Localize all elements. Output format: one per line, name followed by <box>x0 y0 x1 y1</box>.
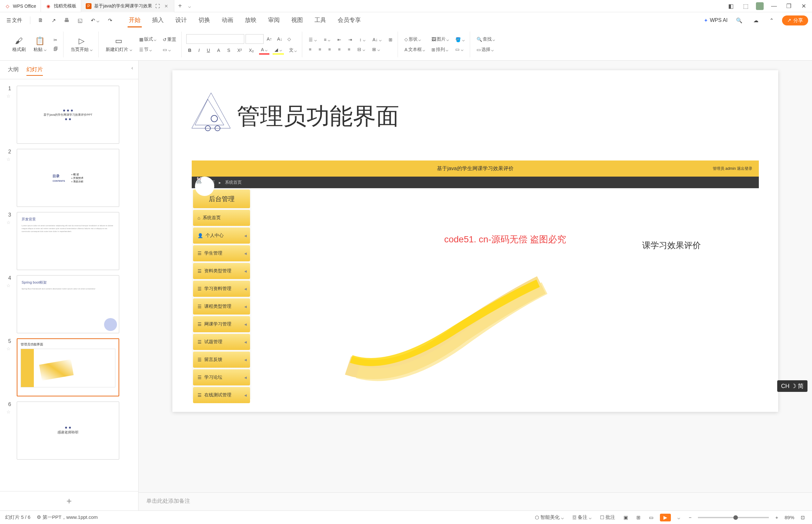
bullets-button[interactable]: ☰ ⌵ <box>307 36 319 44</box>
qat-save[interactable]: 🗎 <box>35 16 46 24</box>
select-button[interactable]: ▭ 选择 ⌵ <box>475 46 497 54</box>
tab-more-button[interactable]: ⌵ <box>186 3 193 9</box>
slide-props-button[interactable]: ▭ ⌵ <box>161 46 178 53</box>
ime-badge[interactable]: CH ☽ 简 <box>777 380 808 392</box>
search-button[interactable]: 🔍 <box>733 16 745 25</box>
slide-title[interactable]: 管理员功能界面 <box>237 101 399 132</box>
present-icon[interactable]: ⛶ <box>155 3 161 9</box>
star-icon[interactable]: ☆ <box>6 283 13 288</box>
panel-collapse-button[interactable]: ‹ <box>131 65 133 71</box>
notes-bar[interactable]: 单击此处添加备注 <box>138 492 812 510</box>
zoom-out[interactable]: − <box>687 514 693 521</box>
format-painter-button[interactable]: 🖌格式刷 <box>10 35 28 54</box>
section-button[interactable]: ☰ 节 ⌵ <box>137 46 158 54</box>
align-justify[interactable]: ≡ <box>336 46 343 53</box>
share-button[interactable]: ↗ 分享 <box>782 15 808 26</box>
ribbon-tab-member[interactable]: 会员专享 <box>336 14 362 28</box>
tab-template[interactable]: ◉ 找稻壳模板 <box>41 0 81 12</box>
outline-button[interactable]: ▭ ⌵ <box>453 46 467 53</box>
view-normal[interactable]: ▣ <box>622 514 630 521</box>
notes-toggle[interactable]: ☲ 备注 ⌵ <box>570 514 594 521</box>
view-reading[interactable]: ▭ <box>647 514 656 521</box>
ribbon-tab-insert[interactable]: 插入 <box>151 14 165 28</box>
cube-button[interactable]: ⬚ <box>741 2 750 11</box>
star-icon[interactable]: ☆ <box>6 220 13 225</box>
font-size-select[interactable] <box>246 34 264 44</box>
qat-print[interactable]: 🖶 <box>62 16 72 24</box>
cloud-button[interactable]: ☁ <box>751 16 761 25</box>
canvas-scroll[interactable]: 管理员功能界面 基于java的学生网课学习效果评价 管理员 admin 退出登录… <box>138 61 812 492</box>
superscript-button[interactable]: X² <box>235 46 244 54</box>
strike2-button[interactable]: S <box>225 46 232 54</box>
comments-toggle[interactable]: ☐ 批注 <box>598 514 617 521</box>
qat-export[interactable]: ↗ <box>49 16 58 25</box>
star-icon[interactable]: ☆ <box>6 94 13 99</box>
slide-thumb-6[interactable]: 6☆ 感谢老师聆听 <box>0 399 138 462</box>
panel-tab-slides[interactable]: 幻灯片 <box>27 64 43 76</box>
strike-button[interactable]: A <box>215 46 222 54</box>
layout-button[interactable]: ▦ 版式 ⌵ <box>137 35 158 44</box>
minimize-button[interactable]: — <box>769 2 778 11</box>
close-tab-icon[interactable]: ✕ <box>163 3 169 9</box>
view-sorter[interactable]: ⊞ <box>634 514 643 521</box>
clear-format[interactable]: ◇ <box>285 34 293 44</box>
font-name-select[interactable] <box>186 34 244 44</box>
close-button[interactable]: ✕ <box>799 2 808 11</box>
slide-thumb-5[interactable]: 5☆ 管理员功能界面 <box>0 336 138 399</box>
ribbon-tab-view[interactable]: 视图 <box>290 14 304 28</box>
ribbon-tab-start[interactable]: 开始 <box>128 14 142 28</box>
slides-list[interactable]: 1☆ 基于java的学生网课学习效果评价PPT 2☆ 目录CONTENTS• 概… <box>0 79 138 491</box>
ribbon-tab-tools[interactable]: 工具 <box>313 14 327 28</box>
copy-button[interactable]: 🗐 <box>52 45 60 53</box>
collapse-ribbon[interactable]: ⌃ <box>767 16 776 25</box>
slide-thumb-2[interactable]: 2☆ 目录CONTENTS• 概 述• 开发技术• 系统分析 <box>0 146 138 210</box>
underline-button[interactable]: U <box>205 46 212 54</box>
user-avatar[interactable] <box>756 2 764 10</box>
cut-button[interactable]: ✂ <box>52 36 60 44</box>
slide-thumb-3[interactable]: 3☆ 开发背景Lorem ipsum dolor sit amet consec… <box>0 210 138 273</box>
textbox-button[interactable]: A 文本框 ⌵ <box>402 46 427 54</box>
ribbon-tab-animation[interactable]: 动画 <box>220 14 235 28</box>
star-icon[interactable]: ☆ <box>6 157 13 162</box>
picture-button[interactable]: 🖼 图片 ⌵ <box>430 35 451 44</box>
reset-button[interactable]: ↺ 重置 <box>161 35 178 44</box>
panel-tab-outline[interactable]: 大纲 <box>8 64 19 76</box>
tab-current-file[interactable]: P 基于java的学生网课学习效果 ⛶ ✕ <box>81 0 174 12</box>
ribbon-tab-transition[interactable]: 切换 <box>197 14 211 28</box>
slide-canvas[interactable]: 管理员功能界面 基于java的学生网课学习效果评价 管理员 admin 退出登录… <box>172 70 778 412</box>
columns-button[interactable]: ⊞ <box>387 36 394 44</box>
align-distribute[interactable]: ≡ <box>346 46 352 53</box>
smart-art[interactable]: ⊞ ⌵ <box>370 46 382 53</box>
file-menu[interactable]: ☰ 文件 <box>4 16 25 25</box>
fill-button[interactable]: 🪣 ⌵ <box>453 36 467 44</box>
find-button[interactable]: 🔍 查找 ⌵ <box>475 35 497 44</box>
new-slide-button[interactable]: ▭新建幻灯片 ⌵ <box>103 35 135 54</box>
slide-thumb-4[interactable]: 4☆ Spring boot框架Spring Boot framework te… <box>0 273 138 336</box>
smart-beautify-button[interactable]: ⬡ 智能美化 ⌵ <box>533 514 566 521</box>
italic-button[interactable]: I <box>197 46 202 54</box>
add-tab-button[interactable]: + <box>174 2 186 10</box>
shape-button[interactable]: ◇ 形状 ⌵ <box>402 35 427 44</box>
numbering-button[interactable]: ≡ ⌵ <box>322 36 332 44</box>
align-left[interactable]: ≡ <box>307 46 313 53</box>
highlight-color[interactable]: ◢ ⌵ <box>272 46 284 54</box>
qat-redo[interactable]: ↷ <box>105 16 115 25</box>
text-direction[interactable]: A↓ ⌵ <box>370 36 383 44</box>
add-slide-button[interactable]: + <box>0 491 138 510</box>
embedded-screenshot[interactable]: 基于java的学生网课学习效果评价 管理员 admin 退出登录 系统首页 ▸ … <box>192 161 759 399</box>
decrease-font[interactable]: A↓ <box>275 34 284 44</box>
increase-font[interactable]: A↑ <box>265 34 274 44</box>
subscript-button[interactable]: X₂ <box>247 46 256 54</box>
font-color[interactable]: A ⌵ <box>259 46 269 54</box>
indent-left[interactable]: ⇤ <box>335 36 343 44</box>
vertical-align[interactable]: ⊟ ⌵ <box>355 46 367 53</box>
slide-thumb-1[interactable]: 1☆ 基于java的学生网课学习效果评价PPT <box>0 83 138 146</box>
fit-button[interactable]: ⊡ <box>799 514 807 521</box>
ribbon-tab-review[interactable]: 审阅 <box>267 14 281 28</box>
paste-button[interactable]: 📋粘贴 ⌵ <box>31 35 49 54</box>
from-current-button[interactable]: ▷当页开始 ⌵ <box>68 35 95 54</box>
bold-button[interactable]: B <box>186 46 193 54</box>
layout-button[interactable]: ◧ <box>726 2 735 11</box>
app-tab[interactable]: ◇ WPS Office <box>0 0 41 12</box>
align-center[interactable]: ≡ <box>316 46 323 53</box>
